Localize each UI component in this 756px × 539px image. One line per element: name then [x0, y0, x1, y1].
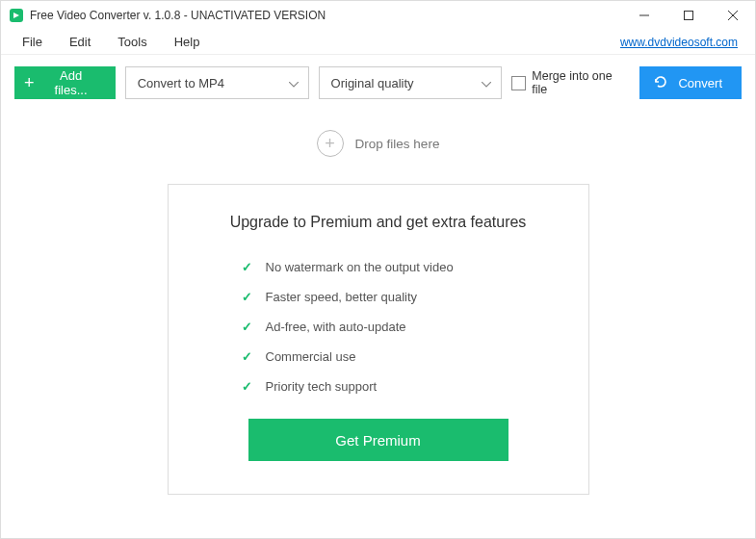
- check-icon: ✓: [242, 349, 252, 364]
- drop-hint-label: Drop files here: [355, 137, 440, 151]
- refresh-icon: [653, 74, 668, 92]
- feature-label: Faster speed, better quality: [266, 290, 418, 304]
- chevron-down-icon: [482, 76, 491, 90]
- feature-item: ✓Ad-free, with auto-update: [242, 320, 550, 334]
- app-icon: [9, 8, 24, 23]
- merge-checkbox-group[interactable]: Merge into one file: [511, 69, 630, 96]
- minimize-button[interactable]: [622, 1, 666, 30]
- check-icon: ✓: [242, 290, 252, 304]
- add-files-button[interactable]: + Add files...: [14, 66, 116, 99]
- menubar: File Edit Tools Help www.dvdvideosoft.co…: [1, 30, 755, 55]
- convert-label: Convert: [678, 76, 722, 90]
- feature-item: ✓Faster speed, better quality: [242, 290, 550, 304]
- drop-zone[interactable]: + Drop files here: [317, 130, 440, 157]
- plus-circle-icon: +: [317, 130, 344, 157]
- window-title: Free Video Converter v. 1.0.8 - UNACTIVA…: [30, 9, 622, 22]
- quality-dropdown[interactable]: Original quality: [319, 66, 503, 99]
- check-icon: ✓: [242, 320, 252, 334]
- check-icon: ✓: [242, 260, 252, 274]
- titlebar: Free Video Converter v. 1.0.8 - UNACTIVA…: [1, 1, 755, 30]
- convert-button[interactable]: Convert: [639, 66, 742, 99]
- feature-item: ✓No watermark on the output video: [242, 260, 550, 274]
- menu-file[interactable]: File: [9, 31, 56, 53]
- merge-label: Merge into one file: [532, 69, 630, 96]
- content-area: + Drop files here Upgrade to Premium and…: [1, 113, 755, 495]
- feature-label: No watermark on the output video: [266, 260, 454, 274]
- upgrade-title: Upgrade to Premium and get extra feature…: [207, 214, 550, 231]
- upgrade-panel: Upgrade to Premium and get extra feature…: [168, 184, 589, 495]
- feature-label: Ad-free, with auto-update: [266, 320, 406, 334]
- feature-list: ✓No watermark on the output video ✓Faste…: [242, 260, 550, 394]
- add-files-label: Add files...: [42, 68, 100, 97]
- plus-icon: +: [24, 74, 35, 91]
- chevron-down-icon: [289, 76, 299, 90]
- check-icon: ✓: [242, 379, 252, 394]
- feature-label: Commercial use: [266, 349, 356, 364]
- window-controls: [622, 1, 755, 30]
- merge-checkbox[interactable]: [511, 76, 526, 90]
- format-selected: Convert to MP4: [138, 76, 224, 90]
- maximize-button[interactable]: [666, 1, 711, 30]
- format-dropdown[interactable]: Convert to MP4: [125, 66, 309, 99]
- menu-help[interactable]: Help: [161, 31, 214, 53]
- feature-item: ✓Commercial use: [242, 349, 550, 364]
- close-button[interactable]: [711, 1, 755, 30]
- quality-selected: Original quality: [331, 76, 414, 90]
- menu-edit[interactable]: Edit: [56, 31, 104, 53]
- website-link[interactable]: www.dvdvideosoft.com: [620, 36, 747, 49]
- menu-tools[interactable]: Tools: [104, 31, 160, 53]
- get-premium-button[interactable]: Get Premium: [248, 419, 508, 461]
- svg-rect-2: [685, 12, 693, 20]
- toolbar: + Add files... Convert to MP4 Original q…: [1, 55, 755, 113]
- feature-item: ✓Priority tech support: [242, 379, 550, 394]
- feature-label: Priority tech support: [266, 379, 378, 394]
